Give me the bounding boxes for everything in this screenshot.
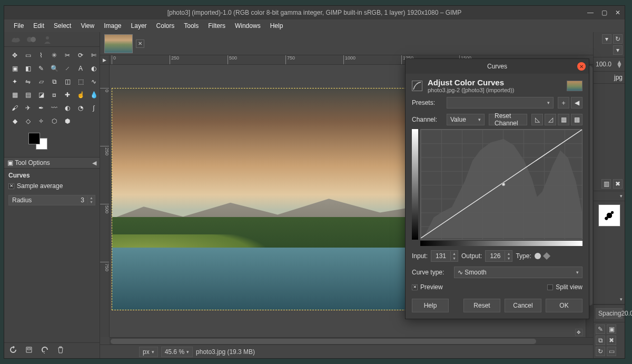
foreground-color-swatch[interactable] <box>28 133 40 144</box>
right-action-1-icon[interactable]: ▥ <box>601 179 611 189</box>
tool-smudge[interactable]: ☝ <box>75 90 86 100</box>
tool-pencil[interactable]: ✎ <box>36 63 46 74</box>
tool-extra-3[interactable]: ✧ <box>36 116 46 126</box>
tool-extra-1[interactable]: ◆ <box>9 116 20 126</box>
spin-up-icon[interactable]: ▲ <box>451 251 458 256</box>
brush-edit-icon[interactable]: ✎ <box>596 324 605 334</box>
window-close-button[interactable]: ✕ <box>614 9 621 16</box>
curves-graph[interactable] <box>420 129 582 240</box>
tool-gradient[interactable]: ◧ <box>23 63 33 74</box>
ok-button[interactable]: OK <box>546 299 582 312</box>
radius-input[interactable]: Radius 3 ▲▼ <box>8 195 95 205</box>
input-value-field[interactable]: 131 ▲▼ <box>431 250 458 262</box>
brush-open-icon[interactable]: ▭ <box>607 347 616 356</box>
reset-button[interactable]: Reset <box>463 299 500 312</box>
menu-image[interactable]: Image <box>100 21 125 31</box>
menu-tools[interactable]: Tools <box>180 21 203 31</box>
preset-menu-icon[interactable]: ◀ <box>571 97 582 109</box>
tool-foreground-select[interactable]: ◔ <box>75 103 86 113</box>
fg-bg-swatches[interactable] <box>28 133 50 152</box>
tool-scissors[interactable]: ✄ <box>88 50 99 61</box>
spin-up-icon[interactable]: ▲ <box>505 251 512 256</box>
tool-mypaint[interactable]: 〰 <box>49 103 60 113</box>
presets-dropdown[interactable]: ▾ <box>447 97 554 109</box>
spin-down-icon[interactable]: ▼ <box>451 256 458 261</box>
right-arrow-down-2-icon[interactable]: ▾ <box>613 45 623 55</box>
delete-tool-options-icon[interactable] <box>57 346 64 355</box>
cancel-button[interactable]: Cancel <box>505 299 541 312</box>
unit-selector[interactable]: px▾ <box>139 347 158 357</box>
brush-refresh-icon[interactable]: ↻ <box>596 347 605 356</box>
tool-move[interactable]: ✥ <box>9 50 20 61</box>
brush-duplicate-icon[interactable]: ⧉ <box>596 336 605 345</box>
horizontal-scrollbar[interactable] <box>110 337 593 345</box>
tool-curves[interactable]: ∫ <box>88 103 99 113</box>
tool-paths[interactable]: ✦ <box>9 76 20 87</box>
tool-crop[interactable]: ✂ <box>62 50 73 61</box>
tool-blur[interactable]: 💧 <box>88 90 99 100</box>
preset-add-icon[interactable]: ＋ <box>558 97 569 109</box>
ruler-vertical[interactable]: 0250500750 <box>100 65 110 337</box>
tool-cage[interactable]: ▦ <box>9 90 20 100</box>
spin-down-icon[interactable]: ▼ <box>616 64 623 68</box>
zoom-selector[interactable]: 45.6 %▾ <box>161 347 193 357</box>
navigation-control-icon[interactable]: ✥ <box>575 329 582 336</box>
tool-fuzzy-select[interactable]: ✳ <box>49 50 60 61</box>
brush-new-icon[interactable]: ▣ <box>607 324 616 334</box>
tool-extra-4[interactable]: ⬡ <box>49 116 60 126</box>
menu-view[interactable]: View <box>76 21 98 31</box>
tool-handle-transform[interactable]: ⬚ <box>75 76 86 87</box>
curve-type-dropdown[interactable]: ∿ Smooth ▾ <box>454 267 582 278</box>
brush-preview[interactable] <box>598 204 620 227</box>
tool-paintbrush[interactable]: 🖌 <box>9 103 20 113</box>
right-arrow-down-icon[interactable]: ▾ <box>602 34 611 44</box>
menu-file[interactable]: File <box>9 21 28 31</box>
tool-eraser[interactable]: ◪ <box>36 90 46 100</box>
tool-align[interactable]: ▤ <box>23 90 33 100</box>
curves-dialog-close-icon[interactable]: ✕ <box>577 62 586 71</box>
spin-down-icon[interactable]: ▼ <box>505 256 512 261</box>
channel-dropdown[interactable]: Value▾ <box>447 114 485 125</box>
tool-warp[interactable]: ∿ <box>88 76 99 87</box>
tool-extra-5[interactable]: ⬢ <box>62 116 73 126</box>
right-expand-2-icon[interactable]: ▾ <box>620 297 623 302</box>
split-view-checkbox[interactable]: Split view <box>547 283 582 291</box>
histogram-rgb-icon[interactable]: ▩ <box>571 114 582 125</box>
point-type-corner-icon[interactable] <box>543 252 550 260</box>
menu-colors[interactable]: Colors <box>152 21 179 31</box>
histogram-gray-icon[interactable]: ▦ <box>558 114 569 125</box>
reset-tool-options-icon[interactable] <box>9 346 17 355</box>
tool-flip[interactable]: ⇋ <box>23 76 33 87</box>
menu-windows[interactable]: Windows <box>231 21 265 31</box>
layer-opacity-value[interactable]: 100.0 <box>596 61 611 68</box>
menu-select[interactable]: Select <box>50 21 75 31</box>
histogram-linear-icon[interactable]: ◺ <box>531 114 543 125</box>
tool-clone[interactable]: ⧈ <box>49 90 60 100</box>
tool-perspective[interactable]: ⧉ <box>49 76 60 87</box>
tool-shear[interactable]: ▱ <box>36 76 46 87</box>
tool-options-detach-icon[interactable]: ◀ <box>92 160 96 166</box>
tool-bucket[interactable]: ▣ <box>9 63 20 74</box>
tool-free-select[interactable]: ⌇ <box>36 50 46 61</box>
tool-heal[interactable]: ✚ <box>62 90 73 100</box>
menu-edit[interactable]: Edit <box>29 21 48 31</box>
tool-airbrush[interactable]: ✈ <box>23 103 33 113</box>
help-button[interactable]: Help <box>412 299 449 312</box>
menu-layer[interactable]: Layer <box>127 21 151 31</box>
curves-dialog-titlebar[interactable]: Curves ✕ <box>406 59 589 74</box>
right-expand-1-icon[interactable]: ▾ <box>620 193 623 199</box>
sample-average-checkbox[interactable]: ✕ Sample average <box>8 182 63 190</box>
tool-color-picker[interactable]: ◐ <box>88 63 99 74</box>
reset-channel-button[interactable]: Reset Channel <box>489 114 527 125</box>
histogram-log-icon[interactable]: ◿ <box>545 114 556 125</box>
tool-text[interactable]: A <box>75 63 86 74</box>
window-minimize-button[interactable]: — <box>587 9 594 16</box>
tool-measure[interactable]: ⟋ <box>62 63 73 74</box>
tool-ink[interactable]: ✒ <box>36 103 46 113</box>
tool-zoom[interactable]: 🔍 <box>49 63 60 74</box>
tool-rotate[interactable]: ⟳ <box>75 50 86 61</box>
spin-down-icon[interactable]: ▼ <box>88 200 95 204</box>
tool-dodge[interactable]: ◐ <box>62 103 73 113</box>
output-value-field[interactable]: 126 ▲▼ <box>485 250 512 262</box>
close-image-tab-icon[interactable]: ✕ <box>136 40 144 48</box>
